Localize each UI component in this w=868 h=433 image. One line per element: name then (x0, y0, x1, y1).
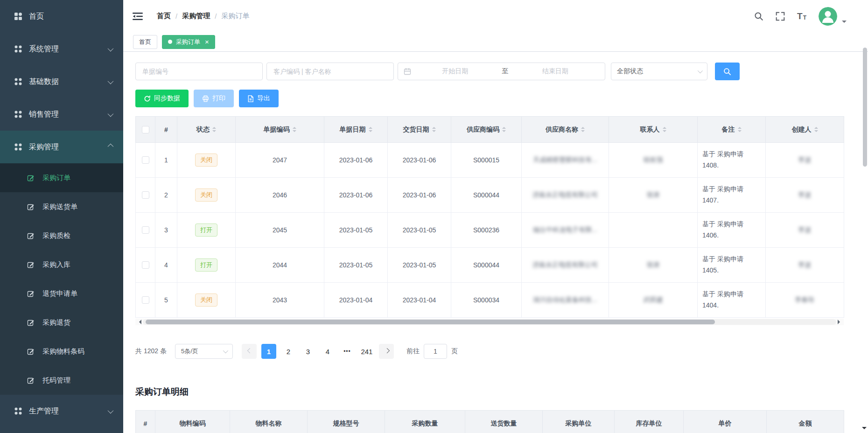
row-checkbox[interactable] (142, 296, 149, 304)
page-button-241[interactable]: 241 (359, 344, 374, 359)
column-header-状态[interactable]: 状态 (177, 117, 236, 143)
next-page-button[interactable] (379, 344, 394, 359)
supplier-name: 天成精密塑胶科技有... (533, 156, 597, 163)
sort-carets-icon[interactable] (369, 127, 372, 132)
page-button-1[interactable]: 1 (261, 344, 276, 359)
export-button[interactable]: 导出 (239, 90, 279, 107)
tab-采购订单[interactable]: 采购订单× (162, 35, 215, 49)
sidebar-item-系统管理[interactable]: 系统管理 (0, 33, 123, 65)
page-button-4[interactable]: 4 (320, 344, 335, 359)
supplier-name-cell: 济南永正电缆有限公司 (522, 248, 609, 283)
goto-suffix: 页 (451, 347, 458, 356)
doc-no-input[interactable] (135, 63, 263, 80)
sidebar-subitem-采购物料条码[interactable]: 采购物料条码 (0, 337, 123, 366)
sort-carets-icon[interactable] (293, 127, 296, 132)
supplier-name-cell: 湖川自动化装备科技... (522, 283, 609, 318)
chevron-down-icon (108, 78, 114, 84)
scroll-left-arrow[interactable] (137, 320, 141, 324)
sidebar-item-基础数据[interactable]: 基础数据 (0, 65, 123, 98)
goto-page: 前往 页 (406, 344, 458, 359)
row-checkbox[interactable] (142, 226, 149, 234)
select-all-checkbox[interactable] (142, 126, 149, 133)
sidebar-subitem-采购送货单[interactable]: 采购送货单 (0, 192, 123, 221)
row-select-cell (136, 283, 155, 318)
module-icon (14, 45, 22, 53)
breadcrumb-purchase-mgmt[interactable]: 采购管理 (182, 12, 210, 21)
sidebar-item-生产管理[interactable]: 生产管理 (0, 395, 123, 427)
sort-carets-icon[interactable] (738, 127, 742, 132)
document-icon (247, 95, 254, 102)
supplier-name: 济南永正电缆有限公司 (532, 191, 598, 198)
sidebar-item-采购管理[interactable]: 采购管理 (0, 131, 123, 163)
row-checkbox[interactable] (142, 191, 149, 199)
page-button-3[interactable]: 3 (301, 344, 315, 359)
search-button[interactable] (715, 63, 740, 80)
pagination: 共 1202 条 5条/页 1234•••241 前往 页 (135, 344, 850, 359)
tab-close-icon[interactable]: × (205, 38, 209, 45)
date-range-picker[interactable]: 开始日期 至 结束日期 (398, 63, 605, 80)
column-header-备注[interactable]: 备注 (698, 117, 766, 143)
font-size-icon[interactable]: TT (797, 12, 806, 21)
customer-input[interactable] (266, 63, 394, 80)
horizontal-scrollbar[interactable] (135, 319, 844, 325)
sort-carets-icon[interactable] (212, 127, 216, 132)
column-header-交货日期[interactable]: 交货日期 (388, 117, 451, 143)
scroll-right-arrow[interactable] (838, 320, 842, 324)
page-button-2[interactable]: 2 (281, 344, 296, 359)
menu-fold-icon[interactable] (133, 12, 143, 21)
column-header-供应商名称[interactable]: 供应商名称 (522, 117, 609, 143)
prev-page-button[interactable] (242, 344, 257, 359)
sidebar-subitem-采购质检[interactable]: 采购质检 (0, 221, 123, 250)
status-select[interactable]: 全部状态 (611, 63, 707, 80)
fullscreen-icon[interactable] (776, 12, 785, 21)
sort-carets-icon[interactable] (663, 127, 666, 132)
table-row[interactable]: 4打开20442023-01-052023-01-05S000044济南永正电缆… (136, 248, 844, 283)
sidebar-item-销售管理[interactable]: 销售管理 (0, 98, 123, 131)
table-row[interactable]: 3打开20452023-01-052023-01-05S000236烟台中科龙电… (136, 213, 844, 248)
tab-首页[interactable]: 首页 (133, 35, 157, 49)
chevron-down-icon (108, 407, 114, 413)
column-header-联系人[interactable]: 联系人 (609, 117, 698, 143)
row-checkbox[interactable] (142, 156, 149, 164)
sort-carets-icon[interactable] (432, 127, 436, 132)
goto-page-input[interactable] (424, 344, 447, 359)
app-window: 首页系统管理基础数据销售管理采购管理采购订单采购送货单采购质检采购入库退货申请单… (0, 0, 868, 433)
column-header-供应商编码[interactable]: 供应商编码 (451, 117, 522, 143)
pager-more-icon[interactable]: ••• (340, 344, 355, 359)
row-checkbox[interactable] (142, 261, 149, 269)
vertical-scrollbar-thumb[interactable] (863, 48, 867, 167)
table-row[interactable]: 1关闭20472023-01-062023-01-06S000015天成精密塑胶… (136, 143, 844, 178)
sidebar-item-首页[interactable]: 首页 (0, 0, 123, 33)
sort-carets-icon[interactable] (502, 127, 506, 132)
scroll-down-arrow[interactable] (862, 427, 867, 432)
column-header-单据日期[interactable]: 单据日期 (324, 117, 388, 143)
edit-icon (27, 319, 35, 326)
breadcrumb-home[interactable]: 首页 (157, 12, 171, 21)
page-content: 开始日期 至 结束日期 全部状态 同步数据 (123, 52, 868, 433)
table-row[interactable]: 2关闭20462023-01-062023-01-06S000044济南永正电缆… (136, 178, 844, 213)
menu-label: 首页 (29, 12, 44, 21)
scrollbar-track[interactable] (143, 319, 836, 325)
sidebar-subitem-托码管理[interactable]: 托码管理 (0, 366, 123, 395)
supplier-code-cell: S000236 (451, 213, 522, 248)
vertical-scrollbar[interactable] (862, 0, 867, 433)
user-avatar[interactable] (819, 7, 837, 26)
column-header-单据编码[interactable]: 单据编码 (236, 117, 324, 143)
column-header-创建人[interactable]: 创建人 (766, 117, 844, 143)
sidebar-subitem-退货申请单[interactable]: 退货申请单 (0, 279, 123, 308)
sort-carets-icon[interactable] (814, 127, 818, 132)
sidebar-subitem-采购退货[interactable]: 采购退货 (0, 308, 123, 337)
row-select-cell (136, 178, 155, 213)
sidebar-subitem-采购订单[interactable]: 采购订单 (0, 163, 123, 192)
table-row[interactable]: 5关闭20432023-01-042023-01-04S000034湖川自动化装… (136, 283, 844, 318)
scrollbar-thumb[interactable] (146, 320, 715, 324)
sort-carets-icon[interactable] (581, 127, 585, 132)
search-icon[interactable] (754, 12, 763, 21)
doc-date-cell: 2023-01-05 (324, 248, 388, 283)
doc-date-cell: 2023-01-06 (324, 143, 388, 178)
sync-data-button[interactable]: 同步数据 (135, 90, 189, 107)
sidebar-subitem-采购入库[interactable]: 采购入库 (0, 250, 123, 279)
print-button[interactable]: 打印 (194, 90, 234, 107)
caret-down-icon[interactable] (842, 21, 847, 25)
page-size-select[interactable]: 5条/页 (175, 344, 233, 359)
